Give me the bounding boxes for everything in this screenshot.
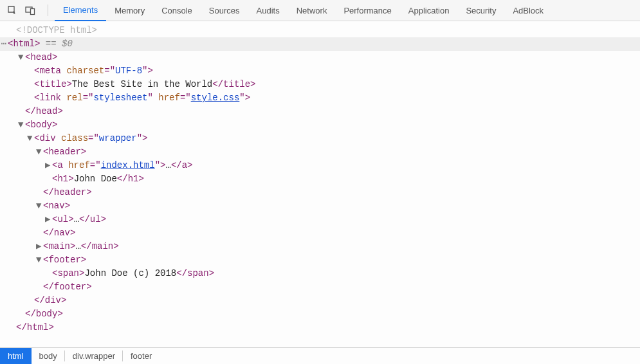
dom-footer-open[interactable]: ▼<footer> (0, 253, 640, 267)
tab-network[interactable]: Network (288, 0, 336, 21)
breadcrumb-div-wrapper[interactable]: div.wrapper (65, 348, 123, 364)
dom-html-close[interactable]: </html> (0, 321, 640, 334)
dom-body-open[interactable]: ▼<body> (0, 118, 640, 132)
dom-nav-close[interactable]: </nav> (0, 226, 640, 240)
tab-security[interactable]: Security (457, 0, 504, 21)
dom-span[interactable]: <span>John Doe (c) 2018</span> (0, 267, 640, 280)
breadcrumb-body[interactable]: body (32, 348, 65, 364)
tab-sources[interactable]: Sources (201, 0, 248, 21)
device-toggle-icon[interactable] (23, 3, 37, 17)
dom-div-open[interactable]: ▼<div class="wrapper"> (0, 132, 640, 145)
breadcrumb-bar: html body div.wrapper footer (0, 347, 640, 364)
panel-tabs: Elements Memory Console Sources Audits N… (55, 0, 552, 21)
inspect-icon[interactable] (5, 3, 19, 17)
svg-rect-1 (31, 9, 35, 15)
dom-head-open[interactable]: ▼<head> (0, 51, 640, 64)
dom-html-open[interactable]: ⋯<html> == $0 (0, 37, 640, 51)
tab-console[interactable]: Console (153, 0, 201, 21)
tab-elements[interactable]: Elements (55, 0, 106, 21)
dom-meta[interactable]: <meta charset="UTF-8"> (0, 64, 640, 78)
breadcrumb-footer[interactable]: footer (123, 348, 160, 364)
dom-h1[interactable]: <h1>John Doe</h1> (0, 172, 640, 186)
dom-footer-close[interactable]: </footer> (0, 280, 640, 294)
dom-tree[interactable]: <!DOCTYPE html> ⋯<html> == $0 ▼<head> <m… (0, 21, 640, 334)
tab-audits[interactable]: Audits (248, 0, 288, 21)
tab-application[interactable]: Application (400, 0, 458, 21)
dom-head-close[interactable]: </head> (0, 105, 640, 118)
dom-header-open[interactable]: ▼<header> (0, 145, 640, 159)
dom-link[interactable]: <link rel="stylesheet" href="style.css"> (0, 91, 640, 105)
dom-a[interactable]: ▶<a href="index.html">…</a> (0, 159, 640, 172)
dom-title[interactable]: <title>The Best Site in the World</title… (0, 78, 640, 91)
dom-div-close[interactable]: </div> (0, 294, 640, 307)
tab-performance[interactable]: Performance (335, 0, 399, 21)
tab-adblock[interactable]: AdBlock (504, 0, 552, 21)
toolbar-separator (48, 5, 48, 16)
dom-body-close[interactable]: </body> (0, 307, 640, 321)
breadcrumb-html[interactable]: html (0, 348, 32, 364)
dom-doctype[interactable]: <!DOCTYPE html> (0, 24, 640, 37)
dom-nav-open[interactable]: ▼<nav> (0, 199, 640, 213)
dom-header-close[interactable]: </header> (0, 186, 640, 199)
tab-memory[interactable]: Memory (106, 0, 153, 21)
dom-main[interactable]: ▶<main>…</main> (0, 240, 640, 253)
devtools-toolbar: Elements Memory Console Sources Audits N… (0, 0, 640, 21)
dom-ul[interactable]: ▶<ul>…</ul> (0, 213, 640, 226)
